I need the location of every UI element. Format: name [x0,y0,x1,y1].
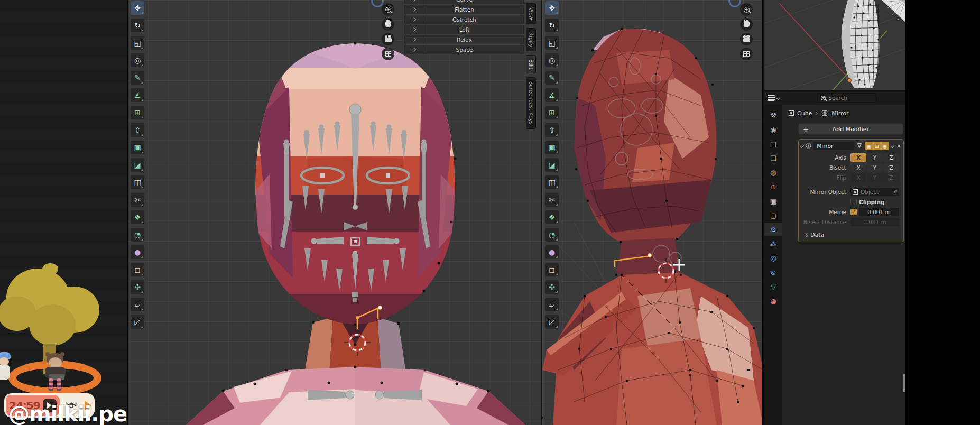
scale-tool[interactable]: ◱ [131,36,144,50]
modifier-close-icon[interactable]: ✕ [897,143,901,149]
sidebar-tab-screencast-keys[interactable]: Screencast Keys [526,77,536,129]
add-cube-tool[interactable]: ⊞ [545,106,559,119]
rotate-tool[interactable]: ↻ [131,19,144,32]
projection-toggle-icon[interactable] [740,48,753,60]
projection-toggle-icon[interactable] [382,48,394,60]
shrink-fatten-tool[interactable]: ✣ [131,280,144,294]
modifiers-tab[interactable]: ⚙ [764,223,782,236]
looptools-item-relax[interactable]: Relax [404,35,524,44]
tool-tab[interactable]: ⚒ [764,109,782,122]
editor-type-button[interactable] [764,95,783,101]
scale-tool[interactable]: ◱ [545,36,559,50]
extrude-region-tool[interactable]: ⇧ [545,123,559,137]
camera-view-icon[interactable] [382,33,394,45]
modifier-name-field[interactable]: Mirror [813,142,854,150]
edge-slide-tool[interactable]: ◻ [131,263,144,276]
move-tool[interactable]: ✥ [545,1,559,15]
eyedropper-icon[interactable]: ✎ [892,189,898,193]
looptools-item-curve[interactable]: Curve [404,0,524,4]
edge-slide-tool[interactable]: ◻ [545,263,559,276]
measure-tool[interactable]: ∡ [545,88,559,102]
extrude-region-tool[interactable]: ⇧ [131,123,144,137]
object-data-tab[interactable]: ▽ [764,280,782,293]
edit-mode-toggle-icon[interactable]: ▣ [865,142,872,150]
collection-tab[interactable]: ▣ [764,195,782,207]
bisect-x-toggle[interactable]: X [850,163,866,172]
smooth-tool[interactable]: ● [545,245,559,259]
loop-cut-tool[interactable]: ◫ [131,175,144,189]
zoom-icon[interactable] [382,3,394,16]
properties-search[interactable]: Search [817,93,876,103]
data-subpanel-toggle[interactable]: Data [799,227,903,238]
render-tab[interactable]: ◉ [764,123,782,136]
inset-faces-tool[interactable]: ▣ [545,141,559,154]
sidebar-tab-rigify[interactable]: Rigify [526,28,536,51]
merge-threshold-field[interactable]: 0.001 m [859,208,899,216]
3d-viewport-front[interactable]: ✥ ↻ ◱ ◎ ✎ ∡ ⊞ ⇧ ▣ ◪ ◫ ✄ ❖ ◔ ● ◻ [127,0,541,425]
flip-z-toggle[interactable]: Z [883,173,899,182]
bisect-z-toggle[interactable]: Z [883,163,899,172]
physics-tab[interactable]: ◎ [764,252,782,264]
breadcrumb-object[interactable]: Cube [797,110,812,117]
clipping-checkbox[interactable] [850,199,857,205]
pan-hand-icon[interactable] [740,18,753,31]
modifier-extras-icon[interactable] [890,144,894,148]
measure-tool[interactable]: ∡ [131,88,144,102]
zoom-icon[interactable] [740,3,753,16]
smooth-tool[interactable]: ● [131,245,144,259]
constraints-tab[interactable]: ⊚ [764,266,782,279]
3d-viewport-mini[interactable] [764,0,905,91]
bevel-tool[interactable]: ◪ [131,158,144,172]
axis-x-toggle[interactable]: X [850,153,866,162]
inset-faces-tool[interactable]: ▣ [131,141,144,154]
sidebar-tab-edit[interactable]: Edit [526,55,536,73]
poly-build-tool[interactable]: ❖ [545,210,559,224]
collapse-chevron-icon[interactable] [800,144,805,148]
rotate-tool[interactable]: ↻ [545,19,559,32]
object-tab[interactable]: ▢ [764,209,782,221]
shear-tool[interactable]: ▱ [131,298,144,311]
shrink-fatten-tool[interactable]: ✣ [545,280,559,294]
flip-x-toggle[interactable]: X [850,173,866,182]
add-modifier-button[interactable]: + Add Modifier [798,123,903,135]
breadcrumb-modifier[interactable]: Mirror [831,110,848,117]
transform-tool[interactable]: ◎ [131,53,144,67]
axis-z-toggle[interactable]: Z [883,153,899,162]
looptools-item-loft[interactable]: Loft [404,25,524,34]
spin-tool[interactable]: ◔ [131,228,144,242]
particles-tab[interactable]: ⁂ [764,237,782,250]
view-layer-tab[interactable]: ❏ [764,152,782,164]
annotate-tool[interactable]: ✎ [545,71,559,85]
properties-scrollbar[interactable] [903,374,905,392]
realtime-display-toggle-icon[interactable]: ⊡ [873,142,881,150]
bisect-y-toggle[interactable]: Y [867,163,883,172]
scene-tab[interactable]: ◍ [764,166,782,179]
add-cube-tool[interactable]: ⊞ [131,106,144,119]
world-tab[interactable]: ⊕ [764,180,782,193]
annotate-tool[interactable]: ✎ [131,71,144,85]
rip-region-tool[interactable]: ◸ [545,315,559,329]
flip-y-toggle[interactable]: Y [867,173,883,182]
pan-hand-icon[interactable] [382,18,394,31]
on-cage-toggle-icon[interactable]: ∇ [857,142,862,150]
spin-tool[interactable]: ◔ [545,228,559,242]
sidebar-tab-view[interactable]: View [526,3,536,24]
axis-y-toggle[interactable]: Y [867,153,883,162]
output-tab[interactable]: ▤ [764,137,782,150]
knife-tool[interactable]: ✄ [131,193,144,207]
rip-region-tool[interactable]: ◸ [131,315,144,329]
shear-tool[interactable]: ▱ [545,298,559,311]
bisect-distance-field[interactable]: 0.001 m [850,218,899,226]
looptools-item-gstretch[interactable]: Gstretch [404,15,524,24]
bevel-tool[interactable]: ◪ [545,158,559,172]
camera-view-icon[interactable] [740,33,753,45]
knife-tool[interactable]: ✄ [545,193,559,207]
3d-viewport-back-quarter[interactable]: ✥ ↻ ◱ ◎ ✎ ∡ ⊞ ⇧ ▣ ◪ ◫ ✄ ❖ ◔ ● ◻ [541,0,762,425]
looptools-item-flatten[interactable]: Flatten [404,5,524,14]
move-tool[interactable]: ✥ [131,1,144,15]
transform-tool[interactable]: ◎ [545,53,559,67]
looptools-item-space[interactable]: Space [404,45,524,54]
material-tab[interactable]: ◕ [764,294,782,307]
poly-build-tool[interactable]: ❖ [131,210,144,224]
render-display-toggle-icon[interactable]: ◉ [881,142,889,150]
